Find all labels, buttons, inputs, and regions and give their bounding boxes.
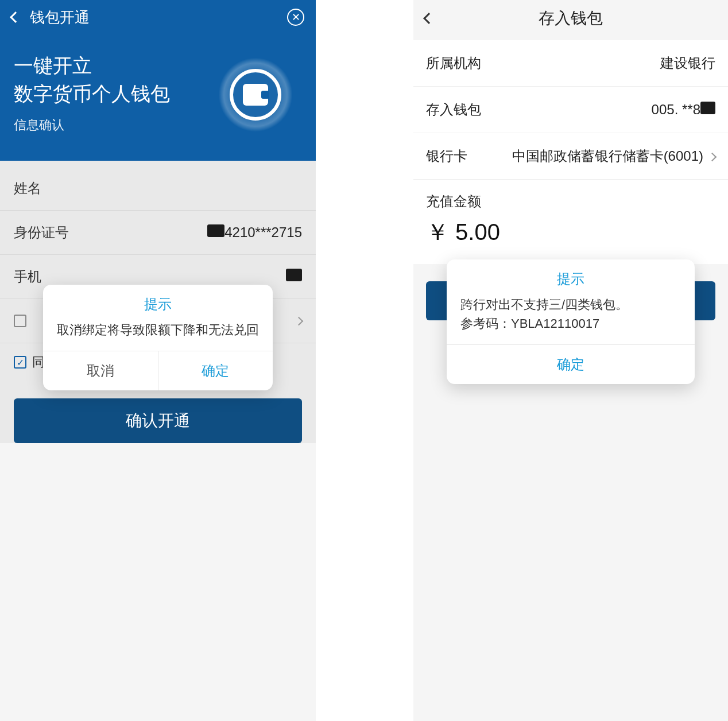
dialog-body-line2: 参考码：YBLA12110017 xyxy=(460,314,681,333)
dialog-cancel-button[interactable]: 取消 xyxy=(43,351,158,390)
org-value: 建设银行 xyxy=(660,54,715,72)
id-value: 4210***2715 xyxy=(207,224,302,241)
confirm-open-button[interactable]: 确认开通 xyxy=(14,398,302,443)
dialog-body: 跨行对出不支持三/四类钱包。 参考码：YBLA12110017 xyxy=(447,293,695,344)
close-icon[interactable]: ✕ xyxy=(287,9,304,26)
dialog-body: 取消绑定将导致限额下降和无法兑回 xyxy=(43,318,273,351)
left-dialog: 提示 取消绑定将导致限额下降和无法兑回 取消 确定 xyxy=(43,285,273,390)
deposit-row[interactable]: 存入钱包 005. **8 xyxy=(413,87,728,133)
dialog-buttons: 取消 确定 xyxy=(43,351,273,390)
hero-line2: 数字货币个人钱包 xyxy=(14,83,170,104)
org-row[interactable]: 所属机构 建设银行 xyxy=(413,40,728,87)
chevron-right-icon xyxy=(708,153,717,162)
checkbox-icon[interactable] xyxy=(14,315,26,327)
bankcard-value: 中国邮政储蓄银行储蓄卡(6001) xyxy=(512,147,715,165)
phone-value xyxy=(286,269,302,285)
bankcard-label: 银行卡 xyxy=(426,147,467,165)
org-label: 所属机构 xyxy=(426,54,481,72)
deposit-label: 存入钱包 xyxy=(426,100,481,119)
right-header: 存入钱包 xyxy=(413,0,728,37)
dialog-buttons: 确定 xyxy=(447,344,695,384)
amount-label: 充值金额 xyxy=(413,180,728,216)
name-label: 姓名 xyxy=(14,179,41,197)
info-group: 所属机构 建设银行 存入钱包 005. **8 银行卡 中国邮政储蓄银行储蓄卡(… xyxy=(413,40,728,180)
bankcard-row[interactable]: 银行卡 中国邮政储蓄银行储蓄卡(6001) xyxy=(413,133,728,180)
dialog-body-line1: 跨行对出不支持三/四类钱包。 xyxy=(460,295,681,314)
dialog-title: 提示 xyxy=(43,285,273,318)
hero-line1: 一键开立 xyxy=(14,55,92,76)
hero-banner: 一键开立 数字货币个人钱包 信息确认 xyxy=(0,34,316,161)
back-icon[interactable] xyxy=(10,11,21,23)
left-header: 钱包开通 ✕ xyxy=(0,0,316,34)
name-row[interactable]: 姓名 xyxy=(0,166,316,211)
page-title: 钱包开通 xyxy=(30,7,287,28)
id-label: 身份证号 xyxy=(14,223,69,242)
dialog-title: 提示 xyxy=(447,259,695,293)
dialog-ok-button[interactable]: 确定 xyxy=(158,351,273,390)
screenshot-left: 钱包开通 ✕ 一键开立 数字货币个人钱包 信息确认 姓名 身份证号 4210**… xyxy=(0,0,316,721)
agree-checkbox[interactable]: ✓ xyxy=(14,356,26,369)
page-title: 存入钱包 xyxy=(413,7,728,29)
wallet-icon xyxy=(218,57,293,132)
screenshot-right: 存入钱包 所属机构 建设银行 存入钱包 005. **8 银行卡 中国邮政储蓄银… xyxy=(413,0,728,721)
deposit-value: 005. **8 xyxy=(652,102,715,118)
right-dialog: 提示 跨行对出不支持三/四类钱包。 参考码：YBLA12110017 确定 xyxy=(447,259,695,384)
chevron-right-icon xyxy=(295,316,304,325)
amount-value: ￥ 5.00 xyxy=(413,216,728,264)
id-row[interactable]: 身份证号 4210***2715 xyxy=(0,211,316,255)
phone-label: 手机 xyxy=(14,268,41,286)
dialog-ok-button[interactable]: 确定 xyxy=(447,345,695,384)
